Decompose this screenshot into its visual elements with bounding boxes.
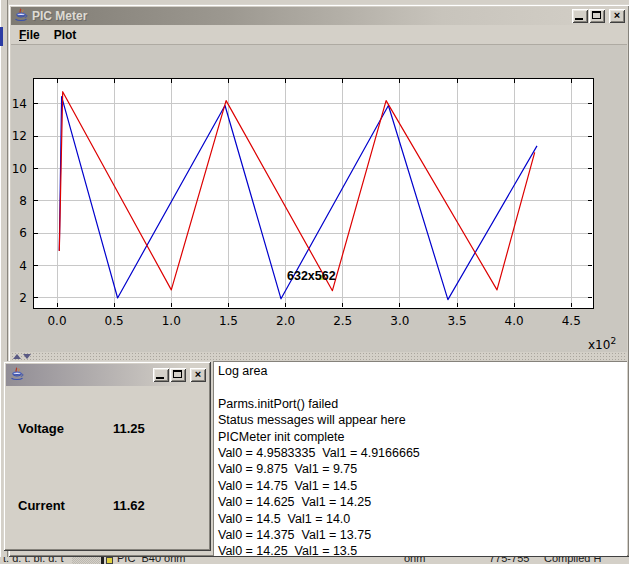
background-blue-fragment (0, 27, 3, 46)
maximize-button[interactable] (589, 9, 605, 23)
voltage-label: Voltage (18, 421, 64, 436)
bottom-yellow-icon (106, 557, 113, 564)
log-line: Val0 = 14.75 Val1 = 14.5 (218, 478, 627, 494)
bottom-fragment-numbers: 775-755 (489, 557, 529, 564)
log-line: Val0 = 9.875 Val1 = 9.75 (218, 461, 627, 477)
close-button[interactable]: × (609, 9, 625, 23)
maximize-icon (592, 11, 601, 19)
minimize-icon (575, 18, 583, 20)
current-value: 11.62 (113, 498, 145, 513)
close-icon: × (609, 9, 625, 22)
close-icon: × (190, 368, 206, 381)
log-line: Log area (218, 363, 627, 379)
window-title: PIC Meter (32, 9, 87, 23)
bottom-fragment-compiled: Compiled H (544, 557, 601, 564)
log-line: PICMeter init complete (218, 429, 627, 445)
log-line: Val0 = 14.5 Val1 = 14.0 (218, 511, 627, 527)
bottom-dark-icon (101, 557, 104, 564)
log-line: Parms.initPort() failed (218, 396, 627, 412)
x-tick-label: 0.0 (47, 314, 66, 328)
x-tick-label: 2.5 (333, 314, 352, 328)
log-line: Val0 = 14.25 Val1 = 13.5 (218, 543, 627, 556)
bottom-fragment-ohm: ohm (404, 557, 425, 564)
log-line: Val0 = 14.375 Val1 = 13.75 (218, 527, 627, 543)
bottom-checker-pattern (72, 557, 100, 564)
x-tick-label: 0.5 (105, 314, 124, 328)
meter-window: × Voltage 11.25 Current 11.62 (3, 361, 211, 551)
meter-window-titlebar[interactable]: × (6, 364, 208, 386)
maximize-icon (173, 370, 182, 378)
log-area[interactable]: Log area Parms.initPort() failedStatus m… (213, 361, 627, 556)
y-tick-label: 6 (19, 226, 27, 240)
bottom-fragment-left: t. d. t. bl. d. t (3, 557, 64, 564)
menu-item-plot[interactable]: Plot (52, 27, 79, 43)
x-tick-label: 1.0 (162, 314, 181, 328)
background-window-bottom-edge: t. d. t. bl. d. t PIC B40 ohm ohm 775-75… (0, 557, 629, 564)
java-cup-icon (9, 367, 25, 383)
y-tick-label: 8 (19, 194, 27, 208)
x-scale-label: x102 (588, 336, 616, 352)
java-cup-icon (13, 8, 29, 24)
meter-minimize-button[interactable] (153, 368, 169, 382)
meter-close-button[interactable]: × (190, 368, 206, 382)
log-line: Status messages will appear here (218, 412, 627, 428)
x-tick-label: 3.5 (447, 314, 466, 328)
meter-maximize-button[interactable] (170, 368, 186, 382)
x-tick-label: 4.5 (562, 314, 581, 328)
minimize-icon (156, 377, 164, 379)
log-line (218, 379, 627, 395)
voltage-value: 11.25 (113, 421, 145, 436)
resize-indicator: 632x562 (287, 269, 336, 283)
splitter-collapse-up-button[interactable] (13, 354, 21, 359)
plot-panel: 0.00.51.01.52.02.53.03.54.04.52468101214… (11, 45, 627, 352)
splitter-collapse-down-button[interactable] (23, 354, 31, 359)
y-tick-label: 4 (19, 259, 27, 273)
x-tick-label: 4.0 (505, 314, 524, 328)
y-tick-label: 2 (19, 291, 27, 305)
y-tick-label: 12 (12, 129, 27, 143)
screen: PIC Meter × FilePlot 0.00.51.01.52.02.53… (0, 0, 629, 564)
x-tick-label: 1.5 (219, 314, 238, 328)
log-line: Val0 = 4.9583335 Val1 = 4.9166665 (218, 445, 627, 461)
window-titlebar[interactable]: PIC Meter × (11, 7, 627, 25)
current-label: Current (18, 498, 65, 513)
y-tick-label: 10 (12, 162, 27, 176)
bottom-fragment-file: PIC B40 ohm (117, 557, 185, 564)
minimize-button[interactable] (572, 9, 588, 23)
plot-svg: 0.00.51.01.52.02.53.03.54.04.52468101214… (11, 45, 627, 352)
x-tick-label: 2.0 (276, 314, 295, 328)
menubar: FilePlot (11, 25, 627, 45)
splitter-divider[interactable] (11, 352, 627, 361)
y-tick-label: 14 (12, 97, 27, 111)
x-tick-label: 3.0 (390, 314, 409, 328)
menu-item-file[interactable]: File (17, 27, 42, 43)
log-line: Val0 = 14.625 Val1 = 14.25 (218, 494, 627, 510)
